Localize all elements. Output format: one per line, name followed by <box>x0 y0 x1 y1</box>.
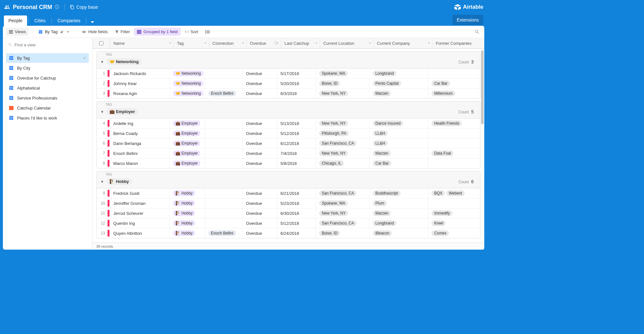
cell-last-catchup[interactable]: 6/30/2018 <box>277 208 316 218</box>
cell-connection[interactable] <box>205 158 243 168</box>
cell-name[interactable]: Quentin Ing <box>110 218 170 228</box>
cell-former-companies[interactable]: Kreel <box>428 218 480 228</box>
cell-location[interactable]: San Francisco, CA <box>316 218 369 228</box>
views-menu-button[interactable]: Views <box>6 28 29 36</box>
cell-name[interactable]: Quyen Albritton <box>110 228 170 238</box>
cell-company[interactable]: Marzen <box>370 148 429 158</box>
cell-overdue[interactable]: Overdue <box>243 218 277 228</box>
current-view-selector[interactable]: By Tag ▼ <box>35 28 72 36</box>
cell-connection[interactable] <box>205 198 243 208</box>
cell-last-catchup[interactable]: 5/12/2018 <box>277 218 316 228</box>
tab-companies[interactable]: Companies <box>53 15 85 26</box>
cell-location[interactable]: San Francisco, CA <box>316 138 369 148</box>
column-header-overdue[interactable]: Overdueⓘ▼ <box>247 38 281 48</box>
company-pill[interactable]: Car Bar <box>431 81 450 86</box>
cell-location[interactable]: New York, NY <box>316 89 369 98</box>
find-view-input[interactable] <box>7 41 88 49</box>
cell-connection[interactable] <box>205 119 243 128</box>
cell-connection[interactable] <box>205 148 243 158</box>
cell-last-catchup[interactable]: 7/4/2018 <box>277 148 316 158</box>
cell-tag[interactable]: 💼 Employer <box>170 119 205 128</box>
cell-company[interactable]: Longbrand <box>370 218 429 228</box>
cell-overdue[interactable]: Overdue <box>243 188 277 198</box>
cell-overdue[interactable]: Overdue <box>243 198 277 208</box>
company-pill[interactable]: Data Foal <box>431 150 453 156</box>
cell-last-catchup[interactable]: 5/20/2018 <box>277 79 316 88</box>
cell-company[interactable]: LL&H <box>370 129 429 138</box>
disclosure-triangle-icon[interactable]: ▼ <box>100 180 104 184</box>
cell-location[interactable]: San Francisco, CA <box>316 188 369 198</box>
cell-overdue[interactable]: Overdue <box>243 208 277 218</box>
disclosure-triangle-icon[interactable]: ▼ <box>100 110 104 114</box>
extensions-button[interactable]: Extensions <box>452 15 483 25</box>
sidebar-view-item[interactable]: Catchup Calendar <box>6 103 89 113</box>
cell-overdue[interactable]: Overdue <box>243 148 277 158</box>
table-row[interactable]: 6Dann Berlanga💼 EmployerOverdue6/12/2018… <box>96 138 480 148</box>
column-header-tag[interactable]: Tag▼ <box>174 38 209 48</box>
cell-former-companies[interactable] <box>428 69 480 78</box>
cell-connection[interactable] <box>205 69 243 78</box>
cell-former-companies[interactable] <box>428 198 480 208</box>
cell-tag[interactable]: 🤝 Networking <box>170 69 205 78</box>
column-header-last-catchup[interactable]: Last Catchup▼ <box>281 38 320 48</box>
sidebar-view-item[interactable]: Alphabetical <box>6 83 89 93</box>
cell-last-catchup[interactable]: 5/23/2018 <box>277 198 316 208</box>
tab-people[interactable]: People <box>4 15 27 26</box>
cell-overdue[interactable]: Overdue <box>243 89 277 98</box>
cell-overdue[interactable]: Overdue <box>243 119 277 128</box>
table-row[interactable]: 12Quentin Ing🧗 HobbyOverdue5/12/2018San … <box>96 218 480 228</box>
cell-location[interactable]: New York, NY <box>316 148 369 158</box>
cell-tag[interactable]: 🧗 Hobby <box>170 188 205 198</box>
table-row[interactable]: 8Marco Maron💼 EmployerOverdue5/8/2018Chi… <box>96 158 480 168</box>
table-row[interactable]: 1Jackson Rickards🤝 NetworkingOverdue5/17… <box>96 69 480 79</box>
sidebar-view-item[interactable]: Service Professionals <box>6 93 89 103</box>
cell-name[interactable]: Ardelle Ing <box>110 119 170 128</box>
tab-more-dropdown[interactable] <box>88 19 97 26</box>
cell-connection[interactable] <box>205 79 243 88</box>
table-row[interactable]: 11Jerrod Scheurer🧗 HobbyOverdue6/30/2018… <box>96 208 480 218</box>
base-title[interactable]: Personal CRM <box>13 4 52 11</box>
cell-company[interactable]: LL&H <box>370 138 429 148</box>
sidebar-view-item[interactable]: By Tag✓ <box>6 53 89 63</box>
company-pill[interactable]: Comex <box>431 230 449 236</box>
cell-tag[interactable]: 🧗 Hobby <box>170 208 205 218</box>
cell-former-companies[interactable]: Health Friends <box>428 119 480 128</box>
cell-tag[interactable]: 🤝 Networking <box>170 89 205 98</box>
cell-company[interactable]: Car Bar <box>370 158 429 168</box>
table-row[interactable]: 7Enoch Bellini💼 EmployerOverdue7/4/2018N… <box>96 148 480 158</box>
company-pill[interactable]: BQX <box>431 190 445 196</box>
cell-tag[interactable]: 🧗 Hobby <box>170 198 205 208</box>
cell-tag[interactable]: 💼 Employer <box>170 148 205 158</box>
cell-name[interactable]: Jenniffer Groman <box>110 198 170 208</box>
column-header-name[interactable]: Name▼ <box>110 38 174 48</box>
cell-tag[interactable]: 💼 Employer <box>170 158 205 168</box>
cell-tag[interactable]: 🧗 Hobby <box>170 228 205 238</box>
sort-button[interactable]: Sort <box>182 28 201 36</box>
group-button[interactable]: Grouped by 1 field <box>134 28 180 36</box>
cell-last-catchup[interactable]: 6/21/2018 <box>277 188 316 198</box>
cell-connection[interactable] <box>205 208 243 218</box>
cell-company[interactable]: Pento Capital <box>370 79 429 88</box>
column-header-location[interactable]: Current Location▼ <box>320 38 374 48</box>
cell-name[interactable]: Jackson Rickards <box>110 69 170 78</box>
cell-connection[interactable] <box>205 218 243 228</box>
cell-name[interactable]: Marco Maron <box>110 158 170 168</box>
cell-former-companies[interactable]: Millennium <box>428 89 480 98</box>
company-pill[interactable]: Health Friends <box>431 120 462 126</box>
cell-location[interactable]: Boise, ID <box>316 228 369 238</box>
cell-connection[interactable] <box>205 138 243 148</box>
cell-overdue[interactable]: Overdue <box>243 158 277 168</box>
cell-location[interactable]: Spokane, WA <box>316 69 369 78</box>
company-pill[interactable]: Webent <box>446 190 465 196</box>
cell-company[interactable]: Marzen <box>370 89 429 98</box>
table-row[interactable]: 3Roxana Agin🤝 NetworkingEnoch BelliniOve… <box>96 89 480 99</box>
table-row[interactable]: 5Berna Coady💼 EmployerOverdue5/12/2018Pi… <box>96 129 480 138</box>
cell-overdue[interactable]: Overdue <box>243 138 277 148</box>
cell-company[interactable]: Buddhascript <box>370 188 429 198</box>
hide-fields-button[interactable]: Hide fields <box>79 28 111 36</box>
cell-company[interactable]: Plum <box>370 198 429 208</box>
group-header[interactable]: TAG▼🧗HobbyCount 6 <box>96 171 480 188</box>
cell-tag[interactable]: 💼 Employer <box>170 138 205 148</box>
cell-last-catchup[interactable]: 6/24/2018 <box>277 228 316 238</box>
table-row[interactable]: 2Johnny Kear🤝 NetworkingOverdue5/20/2018… <box>96 79 480 89</box>
